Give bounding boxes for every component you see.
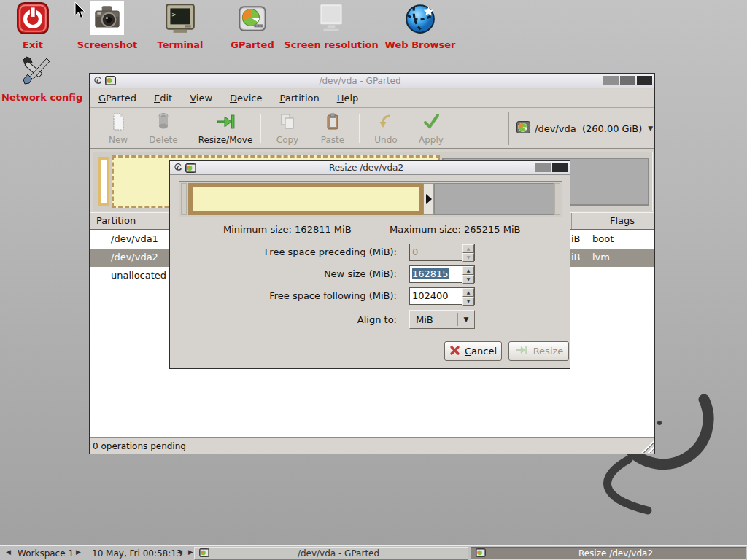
resize-arrow-icon (514, 344, 529, 358)
spin-up-icon[interactable]: ▲ (462, 288, 474, 297)
left-resize-handle[interactable] (181, 183, 187, 215)
window-menu-swirl-icon[interactable] (172, 163, 183, 173)
task-scroll-left-icon[interactable]: ◀ (177, 548, 182, 556)
resize-button-disabled[interactable]: Resize (508, 341, 569, 361)
size-fragment: --- (571, 270, 581, 281)
far-right-grip[interactable] (554, 183, 560, 215)
free-space-area[interactable] (434, 183, 554, 215)
tools-icon[interactable] (18, 52, 53, 90)
desktop-icon-terminal: >_ Terminal (153, 1, 207, 50)
power-icon[interactable] (16, 1, 50, 38)
menu-partition[interactable]: Partition (280, 93, 320, 104)
monitor-icon[interactable] (314, 1, 348, 38)
workspace-prev-icon[interactable]: ◀ (6, 548, 11, 556)
desktop-icon-screen-resolution: Screen resolution (283, 1, 379, 50)
field-value: 0 (410, 244, 462, 260)
partition-area[interactable] (188, 183, 423, 215)
right-resize-handle[interactable] (423, 183, 434, 215)
close-button[interactable] (637, 76, 652, 85)
undo-button[interactable]: Undo (363, 111, 409, 146)
spin-up-icon[interactable]: ▲ (462, 266, 474, 275)
pending-operations-text: 0 operations pending (93, 441, 186, 451)
field-label: Free space following (MiB): (269, 290, 397, 301)
gparted-mini-icon (199, 548, 209, 559)
terminal-icon[interactable]: >_ (163, 1, 197, 38)
desktop-icon-label: Network config (1, 92, 69, 103)
gparted-mini-icon (105, 76, 116, 86)
workspace-next-icon[interactable]: ▶ (76, 548, 81, 556)
main-titlebar[interactable]: /dev/vda - GParted (90, 74, 654, 88)
copy-button[interactable]: Copy (265, 111, 310, 146)
field-label: New size (MiB): (324, 268, 397, 279)
menu-gparted[interactable]: GParted (98, 93, 136, 104)
field-free-space-preceding: Free space preceding (MiB): 0 ▲ ▼ (170, 244, 570, 261)
resize-arrow-icon (215, 112, 236, 134)
menu-device[interactable]: Device (230, 93, 262, 104)
dialog-title: Resize /dev/vda2 (198, 163, 534, 173)
cancel-button[interactable]: Cancel (444, 341, 502, 361)
desktop-icon-network-config: Network config (1, 52, 69, 103)
new-size-spinbutton[interactable]: 162815 ▲ ▼ (409, 265, 475, 283)
chevron-down-icon[interactable]: ▼ (648, 125, 653, 132)
flags-value: boot (592, 233, 614, 244)
camera-icon[interactable] (90, 1, 124, 38)
field-value: 102400 (410, 288, 462, 304)
spin-buttons: ▲ ▼ (462, 288, 474, 304)
minimize-button[interactable] (603, 76, 619, 85)
resize-grip[interactable] (641, 440, 654, 453)
apply-button[interactable]: Apply (409, 111, 454, 146)
workspace-label: Workspace 1 (18, 548, 74, 559)
desktop-icon-gparted: GParted (228, 1, 277, 50)
align-to-value: MiB (410, 314, 457, 325)
spin-down-icon[interactable]: ▼ (462, 275, 474, 284)
statusbar: 0 operations pending (90, 438, 654, 454)
spin-buttons: ▲ ▼ (462, 244, 474, 260)
taskbar-task-resize-dialog-active[interactable]: Resize /dev/vda2 (471, 547, 746, 560)
delete-button[interactable]: Delete (141, 111, 186, 146)
drive-icon (516, 121, 530, 136)
free-space-preceding-spinbutton[interactable]: 0 ▲ ▼ (409, 244, 475, 261)
resize-slider-widget (179, 181, 562, 217)
taskbar-clock: 10 May, Fri 00:58:13 (92, 548, 182, 559)
partition-visual-vda1[interactable] (98, 157, 109, 206)
task-scroll-right-icon[interactable]: ▶ (188, 548, 193, 556)
size-fragment: iB (571, 233, 581, 244)
window-menu-swirl-icon[interactable] (92, 76, 103, 86)
column-header-partition[interactable]: Partition (96, 215, 136, 226)
resize-move-button[interactable]: Resize/Move (194, 111, 257, 146)
resize-dialog: Resize /dev/vda2 Minimum size: 162811 Mi… (169, 160, 570, 369)
field-label: Align to: (357, 314, 397, 325)
toolbar-separator (359, 114, 360, 143)
maximize-button[interactable] (535, 163, 551, 172)
desktop-icon-label: Terminal (153, 39, 207, 50)
menu-edit[interactable]: Edit (154, 93, 172, 104)
dialog-titlebar[interactable]: Resize /dev/vda2 (170, 161, 570, 175)
spin-down-icon[interactable]: ▼ (462, 253, 474, 262)
globe-icon[interactable] (403, 1, 437, 38)
spin-up-icon[interactable]: ▲ (462, 244, 474, 253)
chevron-down-icon: ▼ (458, 316, 474, 323)
task-title: Resize /dev/vda2 (490, 548, 741, 559)
svg-text:>_: >_ (172, 10, 181, 18)
desktop-icon-label: Exit (10, 39, 55, 50)
menu-view[interactable]: View (190, 93, 212, 104)
apply-check-icon (422, 112, 441, 134)
taskbar-task-gparted[interactable]: /dev/vda - GParted (194, 547, 468, 560)
align-to-combo[interactable]: MiB ▼ (409, 310, 475, 329)
maximize-button[interactable] (620, 76, 635, 85)
device-combo-value: /dev/vda (260.00 GiB) (535, 123, 642, 134)
free-space-following-spinbutton[interactable]: 102400 ▲ ▼ (409, 287, 475, 305)
gparted-mini-icon (185, 163, 196, 173)
partition-name: /dev/vda2 (111, 252, 158, 262)
toolbar: New Delete Resize/Move Copy Paste Undo A… (90, 109, 654, 149)
gparted-disk-icon[interactable] (236, 1, 269, 38)
column-separator (571, 213, 572, 229)
device-selector-combo[interactable]: /dev/vda (260.00 GiB) ▼ (508, 112, 651, 145)
column-header-flags[interactable]: Flags (589, 215, 655, 226)
new-button[interactable]: New (96, 111, 141, 146)
spin-down-icon[interactable]: ▼ (462, 297, 474, 306)
menu-help[interactable]: Help (337, 93, 359, 104)
close-button[interactable] (552, 163, 568, 172)
partition-name: /dev/vda1 (111, 233, 158, 244)
paste-button[interactable]: Paste (310, 111, 355, 146)
